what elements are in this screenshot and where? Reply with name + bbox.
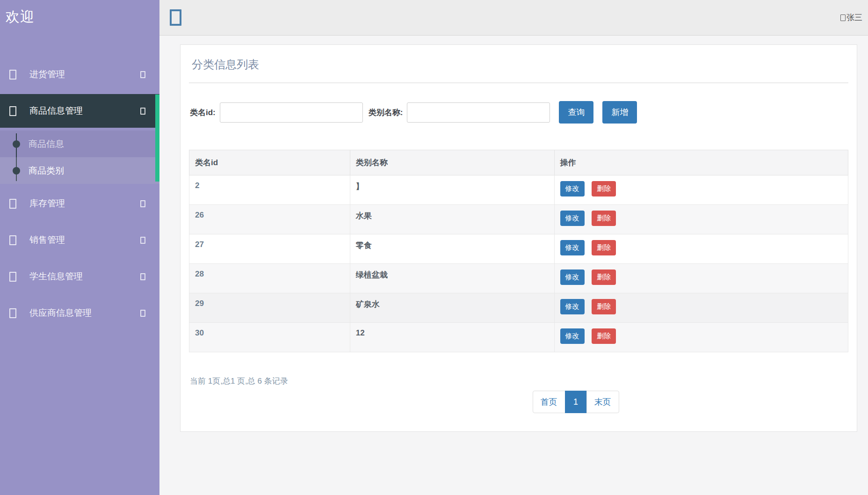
main-area: 张三 分类信息列表 类名id: 类别名称: 查询 新增 类名id bbox=[159, 0, 868, 495]
edit-button[interactable]: 修改 bbox=[560, 211, 585, 226]
table-row: 29 矿泉水 修改 删除 bbox=[189, 293, 848, 323]
sidebar-item-student-info-mgmt[interactable]: 学生信息管理 bbox=[0, 260, 159, 293]
chevron-icon bbox=[140, 108, 145, 115]
table-row: 2 】 修改 删除 bbox=[189, 175, 848, 205]
cell-actions: 修改 删除 bbox=[554, 175, 848, 205]
page-title: 分类信息列表 bbox=[189, 45, 848, 83]
sidebar-item-purchase-mgmt[interactable]: 进货管理 bbox=[0, 58, 159, 91]
sidebar-subitem-product-category[interactable]: 商品类别 bbox=[0, 157, 159, 184]
table-row: 26 水果 修改 删除 bbox=[189, 205, 848, 234]
cell-category-id: 30 bbox=[189, 323, 350, 352]
cell-category-id: 28 bbox=[189, 264, 350, 293]
user-icon bbox=[840, 15, 846, 21]
cell-category-name: 水果 bbox=[350, 205, 554, 234]
delete-button[interactable]: 删除 bbox=[592, 211, 616, 226]
chevron-icon bbox=[140, 200, 145, 207]
bullet-dot-icon bbox=[13, 140, 20, 148]
cell-category-name: 】 bbox=[350, 175, 554, 205]
supplier-icon bbox=[9, 308, 16, 318]
app-title: 欢迎 bbox=[0, 0, 159, 27]
sidebar-submenu: 商品信息 商品类别 bbox=[0, 131, 159, 184]
sidebar-item-label: 供应商信息管理 bbox=[29, 307, 92, 319]
active-section-highlight bbox=[155, 95, 159, 182]
table-row: 30 12 修改 删除 bbox=[189, 323, 848, 352]
delete-button[interactable]: 删除 bbox=[592, 328, 616, 344]
student-icon bbox=[9, 272, 16, 282]
table-row: 28 绿植盆栽 修改 删除 bbox=[189, 264, 848, 293]
sidebar-item-label: 库存管理 bbox=[29, 197, 65, 210]
user-name: 张三 bbox=[846, 12, 862, 23]
pagination-first-page[interactable]: 首页 bbox=[533, 391, 565, 413]
edit-button[interactable]: 修改 bbox=[560, 181, 585, 197]
cell-actions: 修改 删除 bbox=[554, 293, 848, 323]
content-area: 分类信息列表 类名id: 类别名称: 查询 新增 类名id 类别名称 操作 bbox=[159, 36, 868, 432]
sidebar-item-sales-mgmt[interactable]: 销售管理 bbox=[0, 223, 159, 257]
sidebar-subitem-product-info[interactable]: 商品信息 bbox=[0, 131, 159, 157]
cell-category-name: 12 bbox=[350, 323, 554, 352]
sidebar-item-label: 商品信息管理 bbox=[29, 105, 83, 117]
cell-category-id: 27 bbox=[189, 234, 350, 264]
cell-category-id: 26 bbox=[189, 205, 350, 234]
chevron-icon bbox=[140, 237, 145, 244]
cell-category-name: 矿泉水 bbox=[350, 293, 554, 323]
add-button[interactable]: 新增 bbox=[602, 101, 637, 124]
category-list-panel: 分类信息列表 类名id: 类别名称: 查询 新增 类名id 类别名称 操作 bbox=[180, 44, 857, 432]
sidebar: 欢迎 进货管理 商品信息管理 商品信息 商品类别 库存管理 bbox=[0, 0, 159, 495]
delete-button[interactable]: 删除 bbox=[592, 269, 616, 285]
delete-button[interactable]: 删除 bbox=[592, 181, 616, 197]
edit-button[interactable]: 修改 bbox=[560, 269, 585, 285]
query-button[interactable]: 查询 bbox=[559, 101, 593, 124]
chevron-icon bbox=[140, 71, 145, 78]
cell-actions: 修改 删除 bbox=[554, 205, 848, 234]
table-header-row: 类名id 类别名称 操作 bbox=[189, 150, 848, 175]
category-table: 类名id 类别名称 操作 2 】 修改 删除 2 bbox=[189, 150, 848, 352]
delete-button[interactable]: 删除 bbox=[592, 299, 616, 314]
edit-button[interactable]: 修改 bbox=[560, 240, 585, 255]
sidebar-item-supplier-info-mgmt[interactable]: 供应商信息管理 bbox=[0, 296, 159, 330]
chevron-icon bbox=[140, 273, 145, 280]
pagination-current-page[interactable]: 1 bbox=[565, 391, 587, 413]
header-actions: 操作 bbox=[554, 150, 848, 175]
header-category-id: 类名id bbox=[189, 150, 350, 175]
pagination-row: 首页 1 末页 bbox=[189, 391, 848, 413]
sidebar-subitem-label: 商品类别 bbox=[29, 165, 64, 177]
category-id-label: 类名id: bbox=[190, 107, 216, 118]
cell-category-name: 绿植盆栽 bbox=[350, 264, 554, 293]
cell-category-name: 零食 bbox=[350, 234, 554, 264]
sidebar-item-inventory-mgmt[interactable]: 库存管理 bbox=[0, 187, 159, 220]
category-name-input[interactable] bbox=[407, 102, 550, 123]
delete-button[interactable]: 删除 bbox=[592, 240, 616, 255]
pagination: 首页 1 末页 bbox=[533, 391, 619, 413]
cell-category-id: 2 bbox=[189, 175, 350, 205]
cell-actions: 修改 删除 bbox=[554, 323, 848, 352]
category-id-input[interactable] bbox=[220, 102, 363, 123]
cell-actions: 修改 删除 bbox=[554, 264, 848, 293]
category-name-label: 类别名称: bbox=[369, 107, 403, 118]
chevron-icon bbox=[140, 310, 145, 317]
edit-button[interactable]: 修改 bbox=[560, 328, 585, 344]
cell-actions: 修改 删除 bbox=[554, 234, 848, 264]
sidebar-item-label: 学生信息管理 bbox=[29, 270, 83, 283]
sidebar-subitem-label: 商品信息 bbox=[29, 138, 64, 150]
product-icon bbox=[9, 106, 16, 116]
pagination-last-page[interactable]: 末页 bbox=[586, 391, 619, 413]
edit-button[interactable]: 修改 bbox=[560, 299, 585, 314]
user-menu[interactable]: 张三 bbox=[840, 12, 862, 23]
purchase-icon bbox=[9, 70, 16, 80]
search-form: 类名id: 类别名称: 查询 新增 bbox=[189, 101, 848, 124]
bullet-dot-icon bbox=[13, 167, 20, 175]
table-row: 27 零食 修改 删除 bbox=[189, 234, 848, 264]
sidebar-item-label: 进货管理 bbox=[29, 68, 65, 80]
sales-icon bbox=[9, 235, 16, 245]
topbar: 张三 bbox=[159, 0, 868, 36]
inventory-icon bbox=[9, 199, 16, 209]
sidebar-item-label: 销售管理 bbox=[29, 234, 65, 246]
cell-category-id: 29 bbox=[189, 293, 350, 323]
sidebar-item-product-info-mgmt[interactable]: 商品信息管理 bbox=[0, 94, 159, 128]
sidebar-menu: 进货管理 商品信息管理 商品信息 商品类别 库存管理 bbox=[0, 58, 159, 330]
sidebar-toggle-icon[interactable] bbox=[170, 9, 181, 26]
header-category-name: 类别名称 bbox=[350, 150, 554, 175]
pagination-summary: 当前 1页,总1 页,总 6 条记录 bbox=[189, 376, 848, 386]
